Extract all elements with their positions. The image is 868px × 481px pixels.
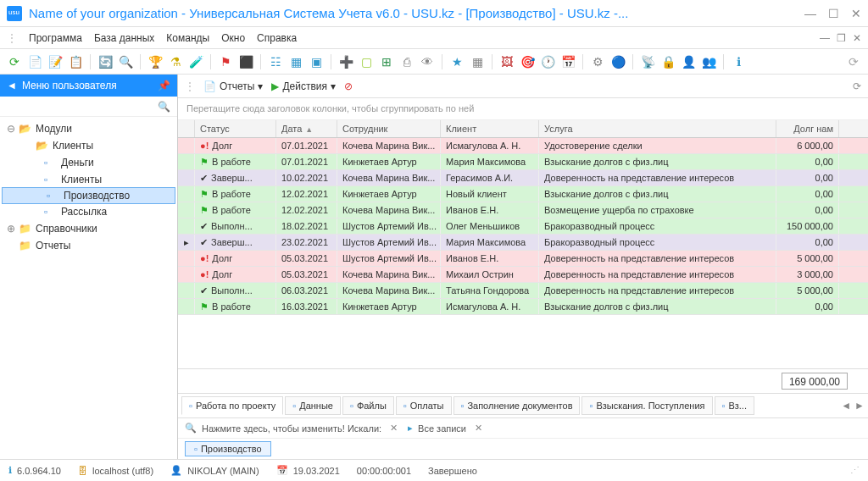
chevron-left-icon[interactable]: ◄	[7, 80, 17, 91]
db-icon: 🗄	[78, 466, 87, 476]
info-icon[interactable]: ℹ	[731, 54, 746, 69]
tool-icon[interactable]: 📄	[27, 54, 42, 69]
menu-commands[interactable]: Команды	[166, 32, 209, 44]
table-row[interactable]: ▸✔Заверш...23.02.2021Шустов Артемий Ив..…	[178, 235, 868, 251]
tool-icon[interactable]: ⎙	[399, 54, 415, 69]
users-icon[interactable]: 👥	[701, 54, 716, 69]
tool-icon[interactable]: 📝	[47, 54, 63, 69]
data-grid[interactable]: Статус Дата▲ Сотрудник Клиент Услуга Дол…	[178, 120, 868, 369]
tool-icon[interactable]: ▦	[288, 54, 303, 69]
close-icon[interactable]: ✕	[851, 7, 861, 20]
resize-grip-icon[interactable]: ⋰	[850, 465, 860, 476]
menu-program[interactable]: Программа	[29, 32, 82, 44]
detail-tab[interactable]: ▫Оплаты	[396, 396, 452, 415]
search-icon[interactable]: 🔍	[118, 54, 133, 69]
refresh-icon[interactable]: ⟳	[853, 80, 861, 92]
col-status[interactable]: Статус	[195, 120, 276, 137]
menu-database[interactable]: База данных	[94, 32, 154, 44]
detail-tab[interactable]: ▫Заполнение документов	[453, 396, 581, 415]
clear-icon[interactable]: ✕	[390, 423, 398, 434]
pin-icon[interactable]: 📌	[158, 80, 170, 91]
refresh-icon[interactable]: ⟳	[846, 54, 861, 69]
tool-icon[interactable]: ⬛	[238, 54, 253, 69]
tree-node-ref[interactable]: ⊕📁Справочники	[0, 220, 177, 237]
table-row[interactable]: ●!Долг07.01.2021Кочева Марина Вик...Исма…	[178, 138, 868, 154]
star-icon[interactable]: ★	[449, 54, 465, 69]
delete-button[interactable]: ⊘	[344, 80, 353, 92]
table-row[interactable]: ✔Заверш...10.02.2021Кочева Марина Вик...…	[178, 170, 868, 186]
col-service[interactable]: Услуга	[539, 120, 776, 137]
clear-icon[interactable]: ✕	[475, 423, 482, 434]
col-indicator[interactable]	[178, 120, 195, 137]
tab-icon: ▫	[589, 401, 593, 411]
detail-tab[interactable]: ▫Вз...	[715, 396, 754, 415]
tool-icon[interactable]: ▣	[309, 54, 324, 69]
rss-icon[interactable]: 📡	[640, 54, 655, 69]
detail-tab[interactable]: ▫Работа по проекту	[181, 396, 283, 415]
col-employee[interactable]: Сотрудник	[337, 120, 441, 137]
maximize-icon[interactable]: ☐	[828, 7, 839, 20]
table-row[interactable]: ✔Выполн...06.03.2021Кочева Марина Вик...…	[178, 283, 868, 299]
lock-icon[interactable]: 🔒	[660, 54, 676, 69]
tab-next-icon[interactable]: ►	[854, 400, 865, 412]
tool-icon[interactable]: 🔵	[610, 54, 626, 69]
tree-node-money[interactable]: ▫Деньги	[0, 154, 177, 171]
user-icon[interactable]: 👤	[681, 54, 696, 69]
menu-help[interactable]: Справка	[257, 32, 297, 44]
tool-icon[interactable]: ▢	[359, 54, 374, 69]
filter-all[interactable]: Все записи	[418, 423, 466, 434]
tool-icon[interactable]: 📋	[68, 54, 83, 69]
clock-icon[interactable]: 🕐	[540, 54, 555, 69]
tree-node-clients[interactable]: 📂Клиенты	[0, 137, 177, 154]
reports-button[interactable]: 📄Отчеты▾	[203, 80, 263, 92]
tree-node-reports[interactable]: 📁Отчеты	[0, 237, 177, 254]
tool-icon[interactable]: 🏆	[147, 54, 163, 69]
tool-icon[interactable]: ⚗	[168, 54, 183, 69]
table-row[interactable]: ●!Долг05.03.2021Кочева Марина Вик...Миха…	[178, 267, 868, 283]
tab-prev-icon[interactable]: ◄	[841, 400, 851, 412]
detail-tab[interactable]: ▫Данные	[285, 396, 341, 415]
tool-icon[interactable]: 🧪	[188, 54, 203, 69]
flag-icon[interactable]: ⚑	[218, 54, 233, 69]
menu-window[interactable]: Окно	[221, 32, 245, 44]
table-row[interactable]: ●!Долг05.03.2021Шустов Артемий Ив...Иван…	[178, 251, 868, 267]
gear-icon[interactable]: ⚙	[590, 54, 605, 69]
detail-tab[interactable]: ▫Файлы	[342, 396, 394, 415]
filter-bar[interactable]: 🔍 Нажмите здесь, чтобы изменить! Искали:…	[178, 418, 868, 439]
table-row[interactable]: ⚑В работе12.02.2021Кочева Марина Вик...И…	[178, 202, 868, 218]
table-row[interactable]: ⚑В работе07.01.2021Кинжетаев АртурМария …	[178, 154, 868, 170]
mdi-minimize-icon[interactable]: —	[820, 32, 830, 44]
tool-icon[interactable]: ☷	[268, 54, 283, 69]
table-row[interactable]: ⚑В работе12.02.2021Кинжетаев АртурНовый …	[178, 186, 868, 202]
sidebar-search[interactable]: 🔍	[0, 97, 177, 117]
tool-icon[interactable]: 🔄	[97, 54, 113, 69]
tree-node-modules[interactable]: ⊖📂Модули	[0, 120, 177, 137]
table-row[interactable]: ⚑В работе16.03.2021Кинжетаев АртурИсмагу…	[178, 299, 868, 315]
mdi-restore-icon[interactable]: ❐	[837, 32, 846, 44]
window-tabs: ▫Производство	[178, 439, 868, 459]
tree-node-clients2[interactable]: ▫Клиенты	[0, 171, 177, 188]
tool-icon[interactable]: 🎯	[520, 54, 535, 69]
col-date[interactable]: Дата▲	[276, 120, 337, 137]
tool-icon[interactable]: ➕	[338, 54, 353, 69]
window-tab-production[interactable]: ▫Производство	[185, 441, 271, 456]
actions-button[interactable]: ▶Действия▾	[271, 80, 336, 92]
status-icon: ✔	[200, 285, 208, 296]
tree-node-production[interactable]: ▫Производство	[2, 187, 175, 204]
mdi-close-icon[interactable]: ✕	[853, 32, 861, 44]
tool-icon[interactable]: ▦	[470, 54, 485, 69]
tool-icon[interactable]: 👁	[420, 54, 435, 69]
tool-icon[interactable]: 🖼	[499, 54, 515, 69]
tree-node-mail[interactable]: ▫Рассылка	[0, 203, 177, 220]
status-icon: ●!	[200, 253, 209, 263]
tool-icon[interactable]: ⟳	[7, 54, 22, 69]
action-bar: ⋮ 📄Отчеты▾ ▶Действия▾ ⊘ ⟳	[178, 75, 868, 98]
col-client[interactable]: Клиент	[441, 120, 539, 137]
minimize-icon[interactable]: —	[804, 7, 816, 20]
detail-tab[interactable]: ▫Взыскания. Поступления	[581, 396, 712, 415]
calendar-icon[interactable]: 📅	[560, 54, 576, 69]
table-row[interactable]: ✔Выполн...18.02.2021Шустов Артемий Ив...…	[178, 218, 868, 235]
excel-icon[interactable]: ⊞	[379, 54, 394, 69]
group-hint[interactable]: Перетащите сюда заголовок колонки, чтобы…	[178, 98, 868, 120]
col-debt[interactable]: Долг нам	[776, 120, 839, 137]
